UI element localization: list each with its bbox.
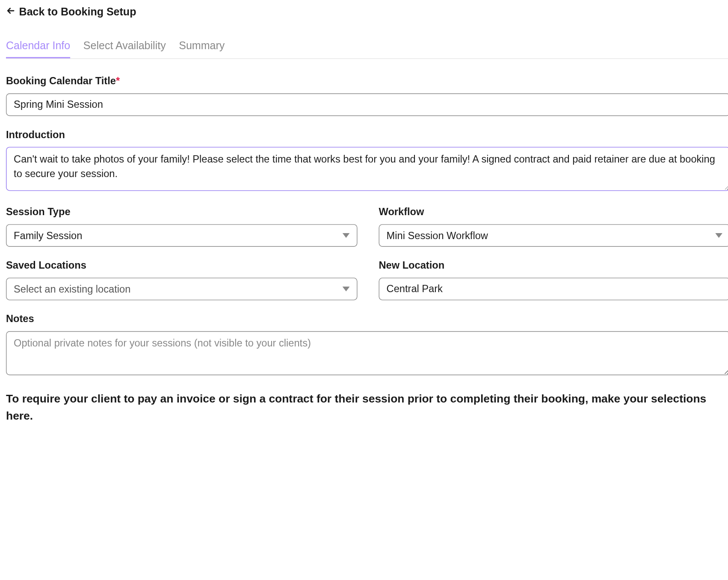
saved-locations-select[interactable]: Select an existing location xyxy=(6,278,357,300)
booking-title-label: Booking Calendar Title* xyxy=(6,76,728,88)
workflow-label: Workflow xyxy=(379,206,728,218)
new-location-label: New Location xyxy=(379,260,728,272)
requirement-instruction-text: To require your client to pay an invoice… xyxy=(6,391,728,423)
session-type-select[interactable]: Family Session xyxy=(6,224,357,247)
tab-select-availability[interactable]: Select Availability xyxy=(83,40,166,58)
notes-label: Notes xyxy=(6,314,728,326)
tab-calendar-info[interactable]: Calendar Info xyxy=(6,40,70,58)
back-link-label: Back to Booking Setup xyxy=(19,6,136,18)
back-to-booking-setup-link[interactable]: Back to Booking Setup xyxy=(6,6,136,18)
introduction-label: Introduction xyxy=(6,129,728,141)
session-type-label: Session Type xyxy=(6,206,357,218)
new-location-input[interactable] xyxy=(379,278,728,300)
notes-textarea[interactable] xyxy=(6,331,728,375)
saved-locations-label: Saved Locations xyxy=(6,260,357,272)
arrow-left-icon xyxy=(6,6,15,18)
booking-title-input[interactable] xyxy=(6,93,728,116)
tab-summary[interactable]: Summary xyxy=(179,40,225,58)
tabs: Calendar Info Select Availability Summar… xyxy=(6,40,728,59)
required-indicator: * xyxy=(116,76,120,87)
introduction-textarea[interactable]: Can't wait to take photos of your family… xyxy=(6,147,728,191)
workflow-select[interactable]: Mini Session Workflow xyxy=(379,224,728,247)
